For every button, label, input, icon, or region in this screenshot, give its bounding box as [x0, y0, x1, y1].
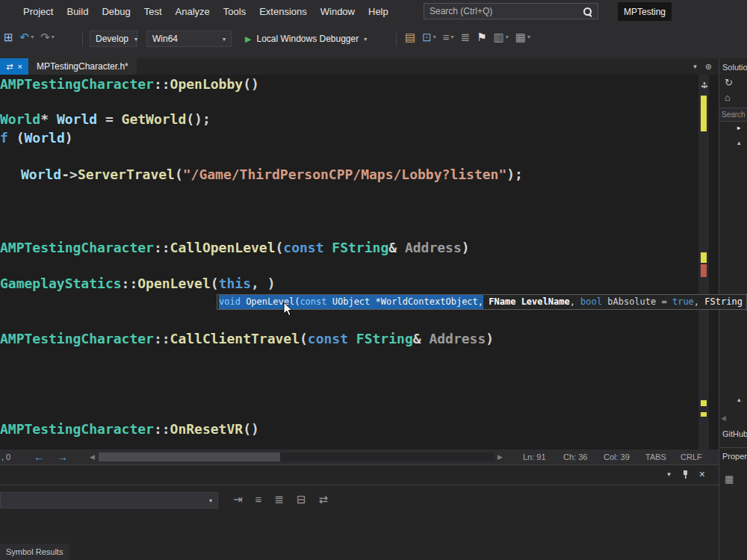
github-panel-title[interactable]: GitHub — [722, 429, 747, 438]
group-view-icon[interactable]: ≣ — [274, 494, 284, 505]
symbol-results-tab[interactable]: Symbol Results — [0, 544, 69, 560]
navigate-back-icon[interactable]: ← — [34, 451, 45, 462]
editor-status-row: , 0 ← → ◀ ▶ Ln: 91 Ch: 36 Col: 39 TABS C… — [0, 449, 719, 464]
chevron-down-icon: ▾ — [364, 36, 367, 43]
search-icon[interactable] — [583, 7, 592, 16]
tab-list-chevron-icon[interactable]: ▾ — [693, 63, 697, 70]
symbol-results-panel: ▾ × ▾ ⇥≡≣⊟⇄ Symbol Results — [0, 464, 719, 560]
menu-items: ProjectBuildDebugTestAnalyzeToolsExtensi… — [16, 0, 395, 22]
menu-item-test[interactable]: Test — [137, 6, 169, 17]
collapse-all-icon: ⊟ — [297, 494, 306, 505]
menu-item-help[interactable]: Help — [362, 6, 395, 17]
menu-item-build[interactable]: Build — [60, 6, 95, 17]
tab-preview-controls[interactable]: ⇄ × — [0, 58, 28, 75]
indent-icon: ≣ — [461, 31, 471, 43]
panel-hscroll-left-icon[interactable]: ◀ — [721, 414, 726, 422]
indent-icon[interactable]: ≣ — [461, 31, 471, 43]
line-operations-icon[interactable]: ≡▾ — [443, 31, 454, 43]
list-view-icon[interactable]: ≡ — [255, 494, 262, 505]
start-debugging-button[interactable]: ▶ Local Windows Debugger ▾ — [239, 31, 373, 47]
solution-search-placeholder: Search — [719, 111, 746, 119]
horizontal-scrollbar-thumb[interactable] — [99, 452, 280, 461]
panel-divider — [0, 485, 719, 485]
home-icon[interactable]: ⌂ — [725, 92, 731, 103]
tab-label: MPTestingCharacter.h* — [37, 61, 128, 72]
swap-view-icon[interactable]: ⇄ — [319, 494, 329, 505]
panel-header-controls: ▾ × — [667, 468, 705, 480]
close-tab-icon[interactable]: × — [17, 62, 22, 71]
display-options-icon: ▦ — [515, 31, 526, 43]
menu-item-project[interactable]: Project — [16, 6, 60, 17]
menu-item-window[interactable]: Window — [314, 6, 362, 17]
symbol-results-tab-label: Symbol Results — [6, 547, 63, 556]
swap-view-icon: ⇄ — [319, 494, 329, 505]
configuration-dropdown[interactable]: Develop▾ — [90, 31, 137, 47]
menu-item-extensions[interactable]: Extensions — [252, 6, 314, 17]
next-result-icon[interactable]: ⇥ — [233, 494, 243, 505]
navigate-forward-icon[interactable]: → — [57, 451, 68, 462]
solution-explorer-title[interactable]: Solution Explorer — [722, 63, 747, 72]
tree-collapse-icon[interactable]: ▴ — [737, 139, 741, 146]
toolbar-left-icons: ⊞↶▾↷▾ — [4, 31, 55, 43]
undo-icon[interactable]: ↶▾ — [20, 31, 34, 43]
menu-item-tools[interactable]: Tools — [217, 6, 252, 17]
panel-chevron-icon[interactable]: ▾ — [667, 470, 671, 478]
vertical-scrollbar[interactable] — [698, 75, 709, 449]
chevron-down-icon: ▾ — [527, 34, 530, 40]
chevron-down-icon: ▾ — [433, 34, 436, 40]
panel-close-icon[interactable]: × — [699, 468, 705, 480]
collapse-all-icon[interactable]: ⊟ — [297, 494, 306, 505]
window-options-icon[interactable]: ⊛ — [705, 62, 712, 72]
pin-icon[interactable] — [681, 470, 689, 479]
comment-icon[interactable]: ▥▾ — [494, 31, 509, 43]
configuration-value: Develop — [96, 34, 128, 44]
code-line-4: World->ServerTravel("/Game/ThirdPersonCP… — [21, 167, 523, 183]
search-box[interactable]: Search (Ctrl+Q) — [424, 3, 598, 19]
horizontal-scrollbar[interactable] — [99, 452, 495, 461]
hscroll-right-icon[interactable]: ▶ — [498, 453, 503, 461]
menu-item-debug[interactable]: Debug — [95, 6, 137, 17]
watch-window-icon[interactable]: ⊡▾ — [422, 31, 436, 43]
status-indent-mode[interactable]: TABS — [645, 452, 666, 461]
status-line-ending[interactable]: CRLF — [681, 452, 702, 461]
menu-item-analyze[interactable]: Analyze — [169, 6, 217, 17]
display-options-icon[interactable]: ▦▾ — [515, 31, 530, 43]
redo-icon: ↷ — [40, 31, 50, 43]
next-result-icon: ⇥ — [233, 494, 243, 505]
solution-name-badge: MPTesting — [618, 2, 672, 21]
code-editor[interactable]: AMPTestingCharacter::OpenLobby()World* W… — [0, 75, 719, 449]
status-line-number: Ln: 91 — [523, 452, 546, 461]
new-item-icon: ⊞ — [4, 31, 13, 43]
scroll-change-mark — [701, 96, 707, 131]
chevron-down-icon: ▾ — [223, 36, 226, 43]
platform-value: Win64 — [152, 34, 178, 44]
watch-window-icon: ⊡ — [422, 31, 432, 43]
properties-panel-title[interactable]: Properties — [722, 452, 747, 461]
code-line-2: World* World = GetWorld(); — [0, 111, 211, 128]
code-area: AMPTestingCharacter::OpenLobby()World* W… — [0, 75, 719, 449]
new-item-icon[interactable]: ⊞ — [4, 31, 13, 43]
tab-mptestingcharacter[interactable]: MPTestingCharacter.h* — [28, 58, 137, 75]
status-column: Col: 39 — [604, 452, 630, 461]
chevron-down-icon: ▾ — [451, 34, 454, 40]
chevron-down-icon: ▾ — [506, 34, 509, 40]
properties-grid-icon[interactable]: ▦ — [725, 473, 734, 485]
solution-search-box[interactable]: Search — [719, 108, 747, 122]
refresh-icon[interactable]: ↻ — [725, 77, 733, 88]
sliver-divider — [719, 447, 747, 448]
tree-collapse-icon[interactable]: ▴ — [737, 396, 741, 403]
mouse-cursor — [283, 302, 295, 317]
code-line-5: AMPTestingCharacter::CallOpenLevel(const… — [0, 240, 470, 256]
platform-dropdown[interactable]: Win64▾ — [146, 31, 232, 47]
bookmark-icon: ⚑ — [477, 31, 486, 43]
redo-icon[interactable]: ↷▾ — [40, 31, 55, 43]
results-filter-dropdown[interactable]: ▾ — [0, 492, 218, 508]
bookmark-icon[interactable]: ⚑ — [477, 31, 486, 43]
bottom-toolbar-icons: ⇥≡≣⊟⇄ — [233, 494, 328, 505]
hscroll-left-icon[interactable]: ◀ — [90, 453, 95, 461]
code-line-8: AMPTestingCharacter::OnResetVR() — [0, 421, 259, 438]
tree-expand-icon[interactable]: ▸ — [737, 124, 741, 131]
scroll-move-icon: ↔↕ — [698, 78, 711, 91]
promote-tab-icon[interactable]: ⇄ — [6, 62, 13, 72]
attach-process-icon[interactable]: ▤ — [405, 31, 415, 43]
